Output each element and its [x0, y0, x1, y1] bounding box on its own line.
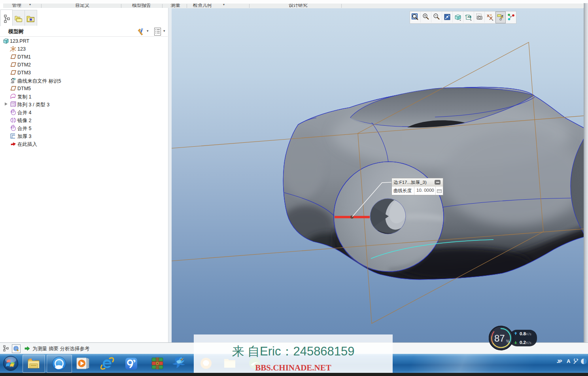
svg-text:0.2K/s: 0.2K/s [520, 340, 531, 345]
svg-text:AB: AB [467, 15, 471, 18]
svg-text:0.8K/s: 0.8K/s [520, 331, 531, 336]
svg-text:z: z [10, 50, 11, 52]
svg-text:87: 87 [494, 333, 505, 344]
svg-text:%: % [506, 339, 510, 344]
